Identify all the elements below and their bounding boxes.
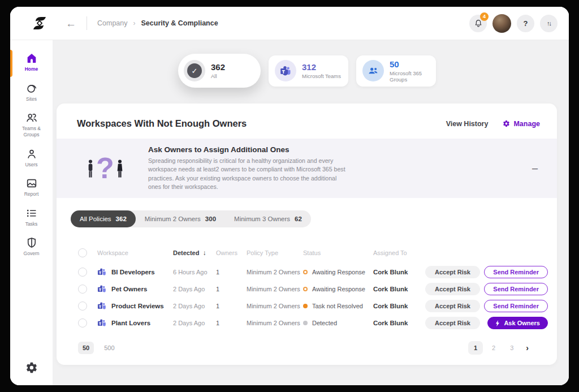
sidebar-item-users[interactable]: Users [10,148,53,168]
status-label: Awaiting Response [312,286,365,292]
table-row: Pet Owners 2 Days Ago 1 Minimum 2 Owners… [57,281,557,298]
gear-icon [25,361,38,374]
tab-label: Minimum 2 Owners [145,216,201,222]
breadcrumb-company[interactable]: Company [97,19,128,27]
assigned-to-cell: Cork Blunk [373,303,425,309]
topbar: ← Company › Security & Compliance 4 ? ↑↓ [10,7,569,40]
tasks-icon [25,207,38,219]
owners-cell: 1 [216,320,247,326]
status-cell: Task not Resolved [303,303,373,309]
page-size-selector: 50 500 [78,342,119,354]
status-cell: Detected [303,320,373,326]
sidebar-item-report[interactable]: Report [10,177,53,197]
sidebar-item-teams-groups[interactable]: Teams & Groups [10,111,53,137]
topbar-actions: 4 ? ↑↓ [469,14,558,33]
ask-owners-button[interactable]: Ask Owners [487,317,548,329]
sidebar-label: Teams & Groups [15,126,48,137]
microsoft-teams-icon [97,285,106,294]
send-reminder-button[interactable]: Send Reminder [484,283,548,295]
check-circle-icon: ✓ [184,60,205,81]
settings-button[interactable] [25,361,38,376]
sidebar-item-govern[interactable]: Govern [10,236,53,257]
detected-cell: 2 Days Ago [173,320,216,326]
tab-label: All Policies [80,216,111,222]
back-button[interactable]: ← [66,18,76,29]
stat-value: 50 [390,59,431,69]
workspace-name: Pet Owners [111,286,147,292]
stat-card-microsoft-365-groups[interactable]: 50 Microsoft 365 Groups [356,55,436,87]
teams-groups-icon [25,111,38,124]
sites-icon [25,82,38,94]
lightning-icon [495,320,500,326]
stat-value: 362 [211,62,225,72]
status-label: Detected [312,320,337,326]
tab-count: 300 [205,216,216,222]
accept-risk-button[interactable]: Accept Risk [425,266,480,278]
page-2[interactable]: 2 [486,341,501,355]
workspaces-table: Workspace Detected ↓ Owners Policy Type … [57,247,557,331]
collapse-button[interactable]: – [530,162,540,174]
column-header-policy-type[interactable]: Policy Type [247,249,303,256]
chevron-right-icon: › [133,19,136,27]
detected-cell: 6 Hours Ago [173,269,216,275]
tab-minimum-2-owners[interactable]: Minimum 2 Owners 300 [136,210,225,227]
select-all-checkbox[interactable] [78,248,87,257]
panel-header: Workspaces With Not Enough Owners View H… [57,104,557,139]
owners-cell: 1 [216,269,247,275]
microsoft-teams-icon [97,318,106,328]
sidebar-item-home[interactable]: Home [10,52,53,72]
stat-label: Microsoft Teams [302,73,341,79]
table-header-row: Workspace Detected ↓ Owners Policy Type … [57,247,557,259]
row-checkbox[interactable] [78,301,87,311]
owners-cell: 1 [216,286,247,292]
manage-link[interactable]: Manage [503,120,540,128]
sidebar-label: Users [25,162,37,168]
user-avatar[interactable] [492,14,511,33]
stat-card-all[interactable]: ✓ 362 All [178,54,261,88]
page-3[interactable]: 3 [504,341,519,355]
sidebar-item-sites[interactable]: Sites [10,82,53,102]
view-history-link[interactable]: View History [446,120,489,128]
stat-cards: ✓ 362 All [178,54,569,88]
accept-risk-button[interactable]: Accept Risk [425,300,480,312]
switch-account-button[interactable]: ↑↓ [540,15,558,32]
table-footer: 50 500 1 2 3 › [57,341,557,365]
microsoft-teams-icon [97,301,106,311]
row-checkbox[interactable] [78,285,87,294]
row-checkbox[interactable] [78,318,87,328]
row-checkbox[interactable] [78,268,87,277]
page-size-50[interactable]: 50 [78,342,94,354]
sidebar-label: Govern [24,251,40,257]
workspace-cell: Plant Lovers [97,318,173,328]
notification-badge: 4 [480,12,489,21]
send-reminder-button[interactable]: Send Reminder [484,300,548,312]
policy-type-cell: Minimum 2 Owners [247,303,303,309]
notifications-button[interactable]: 4 [469,15,487,32]
tab-count: 362 [116,216,127,222]
send-reminder-button[interactable]: Send Reminder [484,266,548,278]
column-header-owners[interactable]: Owners [216,249,247,256]
column-header-status[interactable]: Status [303,249,373,256]
help-button[interactable]: ? [517,15,534,32]
tab-all-policies[interactable]: All Policies 362 [71,210,136,227]
accept-risk-button[interactable]: Accept Risk [425,283,480,295]
tab-minimum-3-owners[interactable]: Minimum 3 Owners 62 [225,210,311,227]
next-page-button[interactable]: › [522,342,532,354]
microsoft-teams-icon [275,60,296,81]
column-header-assigned-to[interactable]: Assigned To [373,249,425,256]
stat-card-microsoft-teams[interactable]: 312 Microsoft Teams [269,55,348,87]
status-cell: Awaiting Response [303,286,373,292]
policy-type-cell: Minimum 2 Owners [247,286,303,292]
question-illustration: ? [83,155,128,182]
accept-risk-button[interactable]: Accept Risk [425,317,480,329]
column-header-detected[interactable]: Detected ↓ [173,249,216,257]
sidebar-item-tasks[interactable]: Tasks [10,207,53,227]
status-detected-icon [303,321,308,325]
sort-desc-icon: ↓ [202,249,206,257]
page-size-500[interactable]: 500 [100,342,119,354]
home-icon [25,52,38,64]
policy-type-cell: Minimum 2 Owners [247,320,303,326]
workspace-name: Product Reviews [111,303,164,309]
page-1[interactable]: 1 [468,341,483,355]
column-header-workspace[interactable]: Workspace [97,249,173,256]
